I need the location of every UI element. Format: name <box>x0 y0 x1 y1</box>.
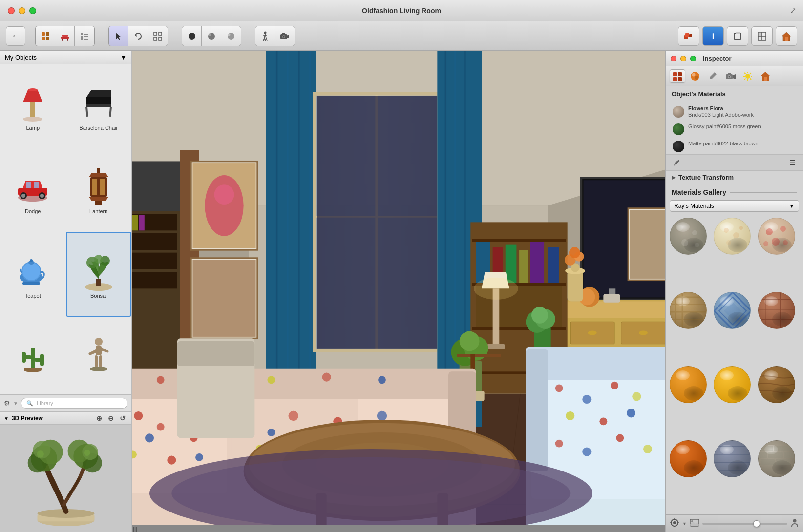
floor-plan-button[interactable] <box>751 26 773 46</box>
material-ball-5[interactable] <box>714 292 751 329</box>
inspector-tab-objects[interactable] <box>670 69 685 83</box>
object-item-statue[interactable] <box>66 317 132 395</box>
svg-point-213 <box>267 429 275 436</box>
inspector-tab-light[interactable] <box>740 69 756 83</box>
render-normal[interactable] <box>202 26 221 46</box>
svg-rect-3 <box>46 37 49 40</box>
material-ball-9[interactable] <box>758 366 795 403</box>
zoom-out-button[interactable]: ⊖ <box>106 414 116 422</box>
material-ball-8[interactable] <box>714 366 751 403</box>
materials-section-title: Object's Materials <box>672 90 797 98</box>
material-ball-11[interactable] <box>714 440 751 477</box>
inspector-maximize-button[interactable] <box>690 56 696 61</box>
inspector-size-slider-thumb[interactable] <box>753 520 760 527</box>
main-toolbar: ← <box>0 21 803 51</box>
material-ball-12[interactable] <box>758 440 795 477</box>
svg-point-24 <box>228 33 231 36</box>
blocks-button[interactable] <box>678 26 699 46</box>
svg-rect-269 <box>678 72 682 76</box>
material-ball-2[interactable] <box>714 218 751 255</box>
object-item-teapot[interactable]: Teapot <box>0 232 66 317</box>
object-thumb-bonsai <box>79 252 118 291</box>
object-item-lamp[interactable]: Lamp <box>0 64 66 148</box>
render-wireframe[interactable] <box>221 26 241 46</box>
gallery-dropdown-arrow-icon: ▼ <box>789 203 795 209</box>
expand-icon[interactable]: ⤢ <box>790 6 796 15</box>
object-item-cactus[interactable] <box>0 317 66 395</box>
inspector-tab-camera[interactable] <box>722 69 738 83</box>
inspector-size-slider[interactable] <box>702 523 787 525</box>
texture-transform-header[interactable]: ▶ Texture Transform <box>672 174 797 181</box>
object-item-chair[interactable]: Barselona Chair <box>66 64 132 148</box>
grid-tool[interactable] <box>148 26 168 46</box>
home-button[interactable] <box>776 26 797 46</box>
refresh-button[interactable]: ↺ <box>118 414 127 422</box>
svg-rect-127 <box>132 215 138 231</box>
walk-tool[interactable] <box>255 26 275 46</box>
material-ball-7[interactable] <box>670 366 707 403</box>
back-button[interactable]: ← <box>6 26 25 46</box>
eyedropper-tool[interactable] <box>670 157 683 168</box>
svg-rect-122 <box>132 253 177 269</box>
svg-rect-10 <box>81 36 83 38</box>
viewport-scrollbar[interactable]: ||| <box>132 525 665 532</box>
svg-point-238 <box>566 411 574 420</box>
object-item-dodge[interactable]: Dodge <box>0 148 66 232</box>
inspector-tab-house[interactable] <box>758 69 773 83</box>
inspector-tab-sphere[interactable] <box>687 69 703 83</box>
svg-rect-19 <box>159 37 162 40</box>
minimize-button[interactable] <box>19 7 25 14</box>
walk-group <box>255 26 295 46</box>
material-ball-10[interactable] <box>670 440 707 477</box>
material-ball-1[interactable] <box>670 218 707 255</box>
inspector-close-button[interactable] <box>671 56 676 61</box>
svg-point-264 <box>569 247 580 258</box>
info-button[interactable]: i <box>702 26 724 46</box>
material-ball-3[interactable] <box>758 218 795 255</box>
objects-grid: Lamp Barselona Chair <box>0 64 131 394</box>
render-solid[interactable] <box>182 26 202 46</box>
svg-point-274 <box>695 76 698 80</box>
inspector-menu-button[interactable]: ☰ <box>785 157 799 168</box>
search-input[interactable]: 🔍 Library <box>21 398 127 409</box>
material-item-flowers-flora[interactable]: Flowers Flora Brick/003 Light Adobe-work <box>670 103 799 120</box>
window-controls[interactable] <box>8 7 36 14</box>
inspector-tab-edit[interactable] <box>705 69 720 83</box>
object-item-bonsai[interactable]: Bonsai <box>66 232 132 317</box>
select-tool[interactable] <box>109 26 128 46</box>
svg-marker-48 <box>86 90 111 97</box>
svg-point-230 <box>322 373 331 382</box>
material-item-glossy-paint[interactable]: Glossy paint/6005 moss green <box>670 121 799 137</box>
material-ball-6[interactable] <box>758 292 795 329</box>
inspector-bottom-person-button[interactable] <box>790 518 799 529</box>
objects-dropdown[interactable]: My Objects ▼ <box>0 51 131 64</box>
object-item-lantern[interactable]: Lantern <box>66 148 132 232</box>
svg-point-235 <box>582 395 591 404</box>
svg-rect-66 <box>95 201 102 205</box>
svg-rect-336 <box>677 522 679 523</box>
objects-view-button[interactable] <box>36 26 55 46</box>
list-view-button[interactable] <box>75 26 94 46</box>
inspector-minimize-button[interactable] <box>680 56 686 61</box>
material-item-matte-paint[interactable]: Matte paint/8022 black brown <box>670 138 799 154</box>
viewport[interactable]: ||| <box>132 51 665 532</box>
settings-gear-icon[interactable]: ⚙ <box>4 399 10 407</box>
chair-view-button[interactable] <box>55 26 75 46</box>
zoom-in-button[interactable]: ⊕ <box>94 414 104 422</box>
inspector-bottom-gear-button[interactable] <box>670 518 679 529</box>
svg-rect-178 <box>519 250 528 283</box>
close-button[interactable] <box>8 7 15 14</box>
material-category-flowers-flora: Flowers Flora <box>688 105 796 111</box>
rotate-tool[interactable] <box>128 26 148 46</box>
fullscreen-button[interactable] <box>727 26 748 46</box>
preview-panel: ▼ 3D Preview ⊕ ⊖ ↺ <box>0 412 131 532</box>
svg-rect-123 <box>132 272 177 288</box>
material-ball-4[interactable] <box>670 292 707 329</box>
inspector-bottom-image-button[interactable] <box>690 519 699 528</box>
gallery-dropdown[interactable]: Ray's Materials ▼ <box>670 200 799 212</box>
object-thumb-chair <box>79 84 118 123</box>
maximize-button[interactable] <box>29 7 36 14</box>
camera-tool[interactable] <box>275 26 295 46</box>
preview-title: 3D Preview <box>12 415 43 422</box>
inspector-panel: Inspector Object's Mater <box>665 51 803 532</box>
